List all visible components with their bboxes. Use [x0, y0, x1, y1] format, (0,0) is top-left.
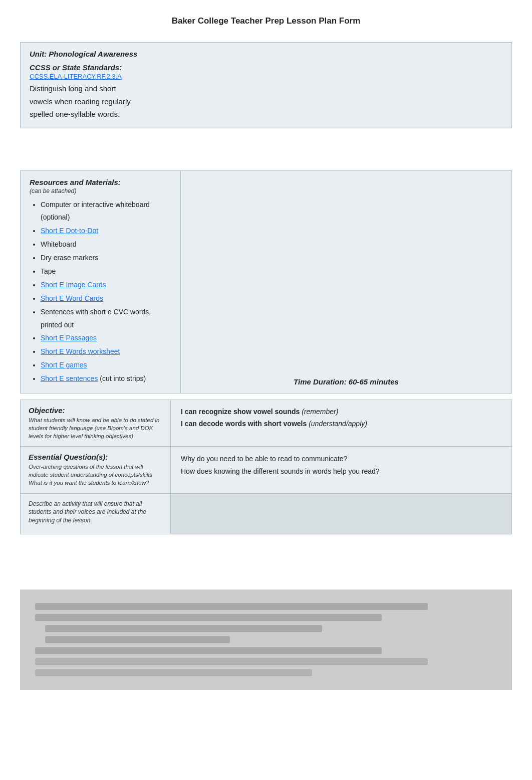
describe-right — [171, 494, 511, 534]
resources-section: Resources and Materials: (can be attache… — [20, 170, 512, 394]
resources-sublabel: (can be attached) — [30, 187, 171, 194]
objective-right: I can recognize show vowel sounds (remem… — [171, 400, 511, 446]
ccss-label: CCSS or State Standards: — [30, 63, 502, 72]
unit-section: Unit: Phonological Awareness CCSS or Sta… — [20, 42, 512, 128]
essential-question-left: Essential Question(s): Over-arching ques… — [21, 447, 171, 493]
bottom-section: Objective: What students will know and b… — [20, 400, 512, 534]
objective-label: Objective: — [29, 406, 162, 415]
time-duration: Time Duration: 60-65 minutes — [294, 377, 399, 386]
list-item: Short E Words worksheet — [41, 345, 171, 358]
describe-row: Describe an activity that will ensure th… — [21, 494, 511, 534]
list-item: Short E Passages — [41, 332, 171, 345]
eq-text: Why do you need to be able to read to co… — [181, 453, 501, 478]
list-item: Dry erase markers — [41, 252, 171, 265]
resources-right: Time Duration: 60-65 minutes — [181, 171, 511, 393]
list-item: Sentences with short e CVC words, printe… — [41, 306, 171, 332]
list-item: Short E Image Cards — [41, 279, 171, 292]
list-item: Short E sentences (cut into strips) — [41, 372, 171, 385]
essential-question-sublabel: Over-arching questions of the lesson tha… — [29, 463, 162, 487]
resources-left: Resources and Materials: (can be attache… — [21, 171, 181, 393]
page-title: Baker College Teacher Prep Lesson Plan F… — [0, 0, 532, 36]
essential-question-row: Essential Question(s): Over-arching ques… — [21, 447, 511, 493]
objective-sublabel: What students will know and be able to d… — [29, 416, 162, 440]
list-item: Short E Word Cards — [41, 292, 171, 305]
ccss-link[interactable]: CCSS.ELA-LITERACY.RF.2.3.A — [30, 73, 502, 80]
list-item: Short E Dot-to-Dot — [41, 225, 171, 238]
bottom-image-area — [20, 590, 512, 690]
objective-left: Objective: What students will know and b… — [21, 400, 171, 446]
list-item: Tape — [41, 265, 171, 278]
objective-row: Objective: What students will know and b… — [21, 400, 511, 447]
list-item: Computer or interactive whiteboard (opti… — [41, 199, 171, 225]
essential-question-label: Essential Question(s): — [29, 453, 162, 461]
describe-left: Describe an activity that will ensure th… — [21, 494, 171, 534]
unit-label: Unit: Phonological Awareness — [30, 50, 502, 58]
describe-label: Describe an activity that will ensure th… — [29, 500, 162, 525]
resources-label: Resources and Materials: — [30, 178, 171, 186]
list-item: Whiteboard — [41, 238, 171, 251]
essential-question-right: Why do you need to be able to read to co… — [171, 447, 511, 493]
objective-text: I can recognize show vowel sounds (remem… — [181, 406, 501, 430]
resources-list: Computer or interactive whiteboard (opti… — [30, 199, 171, 385]
list-item: Short E games — [41, 359, 171, 372]
standards-text: Distinguish long and short vowels when r… — [30, 82, 502, 121]
